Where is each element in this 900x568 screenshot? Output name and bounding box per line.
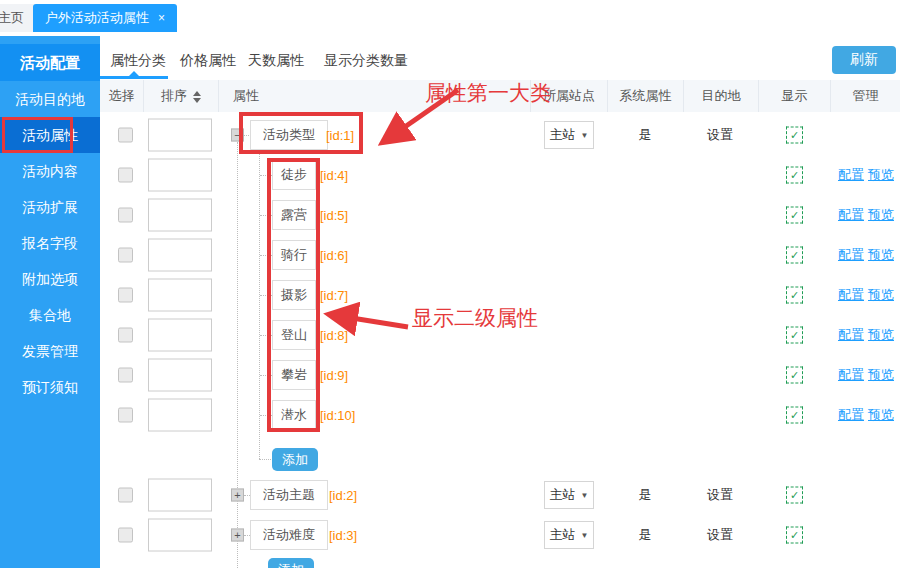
display-checked-icon[interactable]: ✓ bbox=[786, 167, 803, 184]
display-checked-icon[interactable]: ✓ bbox=[786, 367, 803, 384]
active-tab-underline bbox=[100, 76, 168, 79]
config-link[interactable]: 配置 bbox=[838, 406, 864, 424]
preview-link[interactable]: 预览 bbox=[868, 166, 894, 184]
attribute-name-box[interactable]: 活动类型 bbox=[250, 120, 328, 150]
table-row: 露营 [id:5] ✓ 配置 预览 bbox=[100, 195, 900, 235]
sidebar-header-activity-config[interactable]: 活动配置 bbox=[0, 44, 100, 81]
attribute-name-box[interactable]: 露营 bbox=[272, 200, 316, 230]
sidebar-item-signup-fields[interactable]: 报名字段 bbox=[0, 225, 100, 261]
config-link[interactable]: 配置 bbox=[838, 366, 864, 384]
preview-link[interactable]: 预览 bbox=[868, 206, 894, 224]
sort-input[interactable] bbox=[148, 359, 212, 392]
sidebar-item-extra-options[interactable]: 附加选项 bbox=[0, 261, 100, 297]
add-root-button[interactable]: 添加 bbox=[268, 558, 314, 568]
sort-input[interactable] bbox=[148, 159, 212, 192]
expand-icon[interactable]: + bbox=[231, 529, 244, 542]
destination-setting[interactable]: 设置 bbox=[690, 486, 750, 504]
sidebar-item-extension[interactable]: 活动扩展 bbox=[0, 189, 100, 225]
system-attr-value: 是 bbox=[615, 526, 675, 544]
tab-active-label: 户外活动活动属性 bbox=[45, 4, 149, 32]
sort-input[interactable] bbox=[148, 119, 212, 152]
table-row: 徒步 [id:4] ✓ 配置 预览 bbox=[100, 155, 900, 195]
chevron-down-icon: ▼ bbox=[581, 491, 589, 500]
active-tab-pointer bbox=[129, 71, 139, 76]
row-checkbox[interactable] bbox=[118, 488, 133, 503]
attribute-name-box[interactable]: 登山 bbox=[272, 320, 316, 350]
sidebar-item-booking-notice[interactable]: 预订须知 bbox=[0, 369, 100, 405]
preview-link[interactable]: 预览 bbox=[868, 366, 894, 384]
tab-days-attribute[interactable]: 天数属性 bbox=[248, 48, 304, 72]
table-row: + 活动主题 [id:2] 主站▼ 是 设置 ✓ bbox=[100, 475, 900, 515]
sort-icon[interactable] bbox=[193, 91, 201, 103]
config-link[interactable]: 配置 bbox=[838, 286, 864, 304]
display-checked-icon[interactable]: ✓ bbox=[786, 407, 803, 424]
config-link[interactable]: 配置 bbox=[838, 246, 864, 264]
sidebar-item-attributes[interactable]: 活动属性 bbox=[0, 117, 100, 153]
sort-input[interactable] bbox=[148, 479, 212, 512]
sort-input[interactable] bbox=[148, 279, 212, 312]
collapse-icon[interactable]: − bbox=[231, 129, 244, 142]
expand-icon[interactable]: + bbox=[231, 489, 244, 502]
sort-input[interactable] bbox=[148, 199, 212, 232]
display-checked-icon[interactable]: ✓ bbox=[786, 207, 803, 224]
add-child-button[interactable]: 添加 bbox=[272, 448, 318, 471]
sort-input[interactable] bbox=[148, 319, 212, 352]
attribute-id: [id:9] bbox=[320, 368, 348, 383]
config-link[interactable]: 配置 bbox=[838, 326, 864, 344]
tab-attribute-category[interactable]: 属性分类 bbox=[110, 48, 166, 72]
destination-setting[interactable]: 设置 bbox=[690, 126, 750, 144]
attribute-name-box[interactable]: 活动主题 bbox=[250, 480, 328, 510]
display-checked-icon[interactable]: ✓ bbox=[786, 127, 803, 144]
tab-price-attribute[interactable]: 价格属性 bbox=[180, 48, 236, 72]
site-select[interactable]: 主站▼ bbox=[544, 481, 594, 509]
preview-link[interactable]: 预览 bbox=[868, 286, 894, 304]
tab-home[interactable]: 主页 bbox=[0, 4, 36, 32]
sidebar-item-invoice[interactable]: 发票管理 bbox=[0, 333, 100, 369]
attribute-name-box[interactable]: 攀岩 bbox=[272, 360, 316, 390]
top-tabbar: 主页 户外活动活动属性 × bbox=[0, 0, 900, 37]
sidebar-item-content[interactable]: 活动内容 bbox=[0, 153, 100, 189]
destination-setting[interactable]: 设置 bbox=[690, 526, 750, 544]
row-checkbox[interactable] bbox=[118, 528, 133, 543]
row-checkbox[interactable] bbox=[118, 408, 133, 423]
row-checkbox[interactable] bbox=[118, 368, 133, 383]
display-checked-icon[interactable]: ✓ bbox=[786, 487, 803, 504]
screen: 主页 户外活动活动属性 × 活动配置 活动目的地 活动属性 活动内容 活动扩展 … bbox=[0, 0, 900, 568]
attribute-name-box[interactable]: 摄影 bbox=[272, 280, 316, 310]
config-link[interactable]: 配置 bbox=[838, 166, 864, 184]
table-row: 登山 [id:8] ✓ 配置 预览 bbox=[100, 315, 900, 355]
attribute-name-box[interactable]: 骑行 bbox=[272, 240, 316, 270]
preview-link[interactable]: 预览 bbox=[868, 326, 894, 344]
display-checked-icon[interactable]: ✓ bbox=[786, 327, 803, 344]
row-checkbox[interactable] bbox=[118, 328, 133, 343]
config-link[interactable]: 配置 bbox=[838, 206, 864, 224]
row-checkbox[interactable] bbox=[118, 208, 133, 223]
tab-active-outdoor-attrs[interactable]: 户外活动活动属性 × bbox=[33, 4, 177, 32]
sort-input[interactable] bbox=[148, 239, 212, 272]
preview-link[interactable]: 预览 bbox=[868, 246, 894, 264]
site-select[interactable]: 主站▼ bbox=[544, 521, 594, 549]
sort-input[interactable] bbox=[148, 519, 212, 552]
site-select[interactable]: 主站▼ bbox=[544, 121, 594, 149]
attribute-id: [id:1] bbox=[326, 128, 354, 143]
display-checked-icon[interactable]: ✓ bbox=[786, 527, 803, 544]
row-checkbox[interactable] bbox=[118, 128, 133, 143]
row-checkbox[interactable] bbox=[118, 288, 133, 303]
system-attr-value: 是 bbox=[615, 126, 675, 144]
sidebar-item-meeting-point[interactable]: 集合地 bbox=[0, 297, 100, 333]
tab-show-category-count[interactable]: 显示分类数量 bbox=[324, 48, 408, 72]
attribute-id: [id:6] bbox=[320, 248, 348, 263]
attribute-name-box[interactable]: 潜水 bbox=[272, 400, 316, 430]
attribute-name-box[interactable]: 活动难度 bbox=[250, 520, 328, 550]
display-checked-icon[interactable]: ✓ bbox=[786, 247, 803, 264]
sort-input[interactable] bbox=[148, 399, 212, 432]
row-checkbox[interactable] bbox=[118, 248, 133, 263]
preview-link[interactable]: 预览 bbox=[868, 406, 894, 424]
refresh-button[interactable]: 刷新 bbox=[832, 46, 896, 74]
sidebar-item-destination[interactable]: 活动目的地 bbox=[0, 81, 100, 117]
row-checkbox[interactable] bbox=[118, 168, 133, 183]
close-icon[interactable]: × bbox=[158, 4, 165, 32]
attribute-name-box[interactable]: 徒步 bbox=[272, 160, 316, 190]
main-panel: 属性分类 价格属性 天数属性 显示分类数量 刷新 选择 排序 属性 所属站点 系… bbox=[100, 36, 900, 568]
display-checked-icon[interactable]: ✓ bbox=[786, 287, 803, 304]
